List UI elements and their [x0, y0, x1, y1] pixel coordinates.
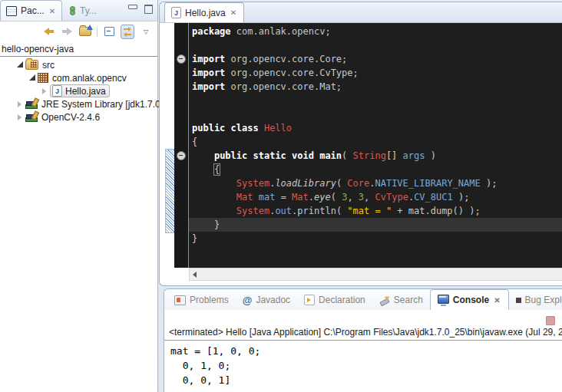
problems-icon — [174, 295, 186, 305]
expanded-arrow-icon[interactable] — [14, 63, 25, 68]
code-line[interactable]: public class Hello — [192, 121, 562, 135]
java-file-icon: J — [171, 7, 181, 18]
expanded-arrow-icon[interactable] — [26, 76, 38, 81]
tree-item-label: JRE System Library [jdk1.7.0_25] — [41, 99, 178, 110]
project-root-label[interactable]: hello-opencv-java — [0, 41, 157, 57]
console-panel: Problems@JavadocDeclarationSearchConsole… — [164, 288, 562, 392]
bottom-view-tabbar: Problems@JavadocDeclarationSearchConsole… — [164, 289, 562, 310]
view-menu-icon: ▽ — [144, 28, 148, 35]
tree-item[interactable]: JHello.java — [0, 84, 157, 97]
view-window-buttons — [128, 5, 153, 14]
code-line[interactable]: import org.opencv.core.Mat; — [192, 80, 562, 94]
code-line[interactable]: public static void main( String[] args ) — [192, 149, 562, 163]
tab-label: Javadoc — [256, 295, 290, 305]
maximize-icon[interactable] — [144, 5, 153, 14]
eclipse-workbench: Pac... ✕ Ty... — [0, 0, 562, 392]
console-output[interactable]: mat = [1, 0, 0; 0, 1, 0; 0, 0, 1] — [164, 341, 562, 387]
tab-package-explorer[interactable]: Pac... ✕ — [0, 0, 62, 21]
close-icon[interactable]: ✕ — [48, 7, 56, 15]
package-explorer-toolbar: ▽ — [0, 21, 157, 41]
square-icon — [516, 298, 521, 303]
console-view: <terminated> Hello [Java Application] C:… — [164, 310, 562, 392]
tree-item[interactable]: OpenCV-2.4.6 — [0, 110, 157, 124]
tab-label: Problems — [190, 295, 229, 305]
selected-tree-item[interactable]: JHello.java — [50, 84, 110, 97]
javadoc-icon: @ — [243, 296, 253, 305]
code-area[interactable]: package com.anlak.opencv;import org.open… — [189, 23, 562, 268]
code-editor[interactable]: package com.anlak.opencv;import org.open… — [164, 23, 562, 268]
tree-item[interactable]: JRE System Library [jdk1.7.0_25] — [0, 97, 157, 110]
declaration-icon — [304, 295, 315, 305]
tab-label: Pac... — [21, 5, 45, 16]
code-line[interactable]: { — [192, 163, 562, 176]
up-button[interactable] — [78, 25, 92, 38]
package-explorer-icon — [6, 6, 17, 16]
tab-javadoc[interactable]: @Javadoc — [236, 290, 297, 310]
console-status-line: <terminated> Hello [Java Application] C:… — [164, 310, 562, 340]
code-line[interactable]: } — [189, 218, 562, 232]
back-button[interactable] — [41, 25, 55, 38]
collapsed-arrow-icon[interactable] — [14, 114, 25, 120]
code-line[interactable] — [192, 38, 562, 52]
folder-icon — [25, 60, 38, 70]
code-line[interactable] — [192, 107, 562, 121]
tab-hello-java[interactable]: J Hello.java ✕ — [164, 2, 244, 22]
tab-search[interactable]: Search — [372, 290, 430, 310]
collapse-all-button[interactable] — [102, 25, 116, 38]
range-indicator-column — [164, 23, 174, 268]
code-line[interactable] — [192, 94, 562, 107]
fold-collapse-icon[interactable] — [177, 54, 186, 64]
tree-item-label: src — [42, 60, 55, 71]
type-hierarchy-icon — [68, 6, 76, 15]
minimize-icon[interactable] — [128, 5, 137, 9]
code-line[interactable]: } — [192, 232, 562, 245]
tab-console[interactable]: Console✕ — [430, 289, 509, 310]
forward-button[interactable] — [60, 25, 74, 38]
fold-collapse-icon[interactable] — [177, 151, 186, 160]
tab-declaration[interactable]: Declaration — [297, 290, 372, 310]
code-line[interactable]: System.out.println( "mat = " + mat.dump(… — [192, 204, 562, 218]
tab-bug-explorer[interactable]: Bug Explorer — [509, 290, 562, 310]
collapse-all-icon — [104, 27, 114, 36]
console-icon — [438, 295, 449, 304]
code-line[interactable]: import org.opencv.core.Core; — [192, 52, 562, 66]
tab-problems[interactable]: Problems — [167, 290, 236, 310]
forward-icon — [62, 28, 72, 35]
tab-label: Search — [394, 295, 423, 305]
close-icon[interactable]: ✕ — [493, 296, 501, 305]
close-icon[interactable]: ✕ — [230, 8, 237, 17]
link-with-editor-button[interactable] — [121, 25, 134, 38]
editor-pane: J Hello.java ✕ package com.anlak.opencv;… — [159, 2, 562, 286]
toolbar-separator — [97, 26, 98, 37]
collapsed-arrow-icon[interactable] — [14, 101, 25, 107]
tab-label: Hello.java — [185, 8, 226, 18]
code-line[interactable]: { — [192, 135, 562, 149]
package-explorer-panel: Pac... ✕ Ty... — [0, 0, 158, 392]
tab-label: Console — [453, 295, 489, 305]
folding-ruler — [174, 23, 189, 268]
collapsed-arrow-icon[interactable] — [38, 88, 50, 94]
code-line[interactable]: System.loadLibrary( Core.NATIVE_LIBRARY_… — [192, 176, 562, 190]
tab-label: Bug Explorer — [525, 295, 562, 305]
code-line[interactable]: import org.opencv.core.CvType; — [192, 66, 562, 80]
view-menu-button[interactable]: ▽ — [139, 25, 153, 38]
code-line[interactable]: package com.anlak.opencv; — [192, 25, 562, 38]
link-with-editor-icon — [121, 25, 134, 39]
code-line[interactable]: Mat mat = Mat.eye( 3, 3, CvType.CV_8UC1 … — [192, 190, 562, 204]
search-icon — [379, 295, 390, 305]
horizontal-scrollbar[interactable] — [189, 268, 562, 281]
tree-item[interactable]: com.anlak.opencv — [0, 71, 157, 84]
package-explorer-tree: srccom.anlak.opencvJHello.javaJRE System… — [0, 57, 157, 124]
tree-item-label: Hello.java — [65, 86, 106, 97]
scroll-left-icon[interactable] — [193, 272, 197, 278]
up-icon — [79, 27, 91, 36]
terminate-button[interactable] — [546, 316, 555, 325]
package-icon — [38, 73, 48, 83]
tree-item-label: com.anlak.opencv — [52, 73, 127, 84]
jfile-icon: J — [52, 85, 62, 97]
left-view-tabbar: Pac... ✕ Ty... — [0, 0, 157, 21]
tree-item[interactable]: src — [0, 58, 157, 71]
library-icon — [25, 112, 38, 122]
tab-label: Ty... — [80, 5, 97, 16]
tab-type-hierarchy[interactable]: Ty... — [62, 1, 102, 21]
